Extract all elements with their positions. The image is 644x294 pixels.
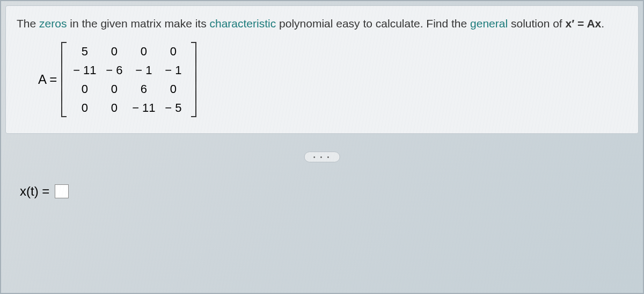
matrix-cell: 0 xyxy=(111,45,118,59)
matrix-cell: − 5 xyxy=(165,101,181,115)
matrix-cell: 6 xyxy=(141,82,147,96)
answer-input[interactable] xyxy=(55,184,69,198)
matrix-cell: 0 xyxy=(82,82,88,96)
matrix-cell: 0 xyxy=(111,82,118,96)
matrix-cell: − 11 xyxy=(73,63,96,77)
q-characteristic: characteristic xyxy=(210,17,276,30)
bracket-left xyxy=(61,42,67,117)
section-divider: • • • xyxy=(304,152,340,162)
q-suffix: . xyxy=(601,17,604,30)
matrix-cell: 5 xyxy=(82,45,88,59)
q-prefix: The xyxy=(17,17,39,30)
matrix-cell: − 11 xyxy=(132,101,155,115)
matrix-display: A = 5 0 0 0 − 11 − 6 − 1 − 1 0 0 6 0 0 0… xyxy=(38,42,627,117)
answer-section: x(t) = xyxy=(20,184,69,199)
q-mid1: in the given matrix make its xyxy=(67,17,209,30)
matrix-cell: 0 xyxy=(141,45,147,59)
matrix-grid: 5 0 0 0 − 11 − 6 − 1 − 1 0 0 6 0 0 0 − 1… xyxy=(67,42,191,117)
q-equation: x′ = Ax xyxy=(566,17,602,30)
answer-label: x(t) = xyxy=(20,184,49,199)
matrix-label: A = xyxy=(38,72,57,87)
question-panel: The zeros in the given matrix make its c… xyxy=(5,5,639,134)
matrix-cell: 0 xyxy=(111,101,118,115)
matrix-cell: 0 xyxy=(82,101,88,115)
bracket-right xyxy=(191,42,196,117)
matrix-cell: − 1 xyxy=(165,63,181,77)
matrix-cell: 0 xyxy=(170,45,177,59)
q-zeros: zeros xyxy=(39,17,67,30)
matrix-cell: − 1 xyxy=(135,63,152,77)
question-text: The zeros in the given matrix make its c… xyxy=(17,16,627,31)
q-general: general xyxy=(470,17,508,30)
matrix-cell: 0 xyxy=(170,82,177,96)
q-mid3: solution of xyxy=(508,17,565,30)
matrix-cell: − 6 xyxy=(106,63,122,77)
q-mid2: polynomial easy to calculate. Find the xyxy=(276,17,470,30)
